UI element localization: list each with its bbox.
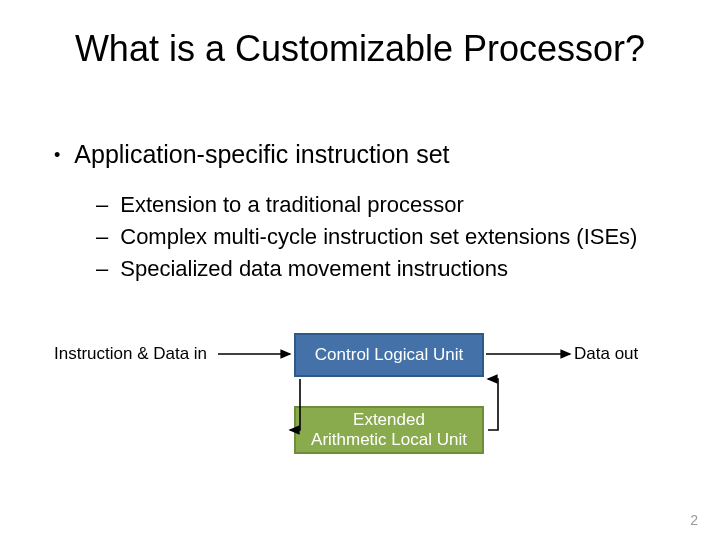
bullet-main-text: Application-specific instruction set [74, 140, 449, 169]
label-instruction-data-in: Instruction & Data in [54, 344, 207, 364]
page-number: 2 [690, 512, 698, 528]
box-ealu-text: Extended Arithmetic Local Unit [311, 410, 467, 451]
sub-bullet-1-text: Extension to a traditional processor [120, 192, 464, 218]
dash-icon: – [96, 256, 108, 282]
box-extended-arithmetic-local-unit: Extended Arithmetic Local Unit [294, 406, 484, 454]
sub-bullet-1: – Extension to a traditional processor [96, 192, 464, 218]
sub-bullet-2: – Complex multi-cycle instruction set ex… [96, 224, 637, 250]
sub-bullet-3-text: Specialized data movement instructions [120, 256, 508, 282]
box-clu-text: Control Logical Unit [315, 345, 463, 365]
slide: What is a Customizable Processor? • Appl… [0, 0, 720, 540]
dash-icon: – [96, 192, 108, 218]
sub-bullet-2-text: Complex multi-cycle instruction set exte… [120, 224, 637, 250]
dash-icon: – [96, 224, 108, 250]
label-data-out: Data out [574, 344, 638, 364]
page-title: What is a Customizable Processor? [0, 28, 720, 70]
bullet-dot-icon: • [54, 146, 60, 164]
box-control-logical-unit: Control Logical Unit [294, 333, 484, 377]
sub-bullet-3: – Specialized data movement instructions [96, 256, 508, 282]
arrow-ealu-to-clu-icon [488, 379, 498, 430]
bullet-main: • Application-specific instruction set [54, 140, 449, 169]
